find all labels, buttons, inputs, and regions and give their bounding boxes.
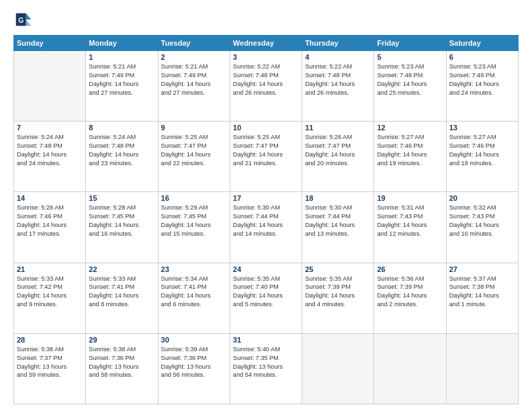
day-number: 3 xyxy=(233,53,299,61)
calendar-cell: 23Sunrise: 5:34 AMSunset: 7:41 PMDayligh… xyxy=(158,263,230,333)
calendar-table: SundayMondayTuesdayWednesdayThursdayFrid… xyxy=(13,35,519,404)
svg-marker-0 xyxy=(26,13,31,19)
day-number: 15 xyxy=(89,194,154,202)
day-number: 31 xyxy=(233,336,299,344)
svg-text:G: G xyxy=(18,17,24,24)
day-info: Sunrise: 5:29 AMSunset: 7:45 PMDaylight:… xyxy=(161,203,227,238)
calendar-cell: 16Sunrise: 5:29 AMSunset: 7:45 PMDayligh… xyxy=(158,192,230,263)
day-number: 11 xyxy=(305,124,371,132)
day-number: 6 xyxy=(449,53,515,61)
day-info: Sunrise: 5:34 AMSunset: 7:41 PMDaylight:… xyxy=(161,275,227,310)
day-number: 1 xyxy=(89,53,154,61)
day-number: 12 xyxy=(377,124,443,132)
day-number: 30 xyxy=(161,336,227,344)
day-number: 17 xyxy=(233,194,299,202)
calendar-cell: 11Sunrise: 5:26 AMSunset: 7:47 PMDayligh… xyxy=(302,122,374,192)
day-info: Sunrise: 5:30 AMSunset: 7:44 PMDaylight:… xyxy=(233,203,299,238)
day-number: 19 xyxy=(377,194,443,202)
day-number: 10 xyxy=(233,124,299,132)
day-info: Sunrise: 5:21 AMSunset: 7:49 PMDaylight:… xyxy=(89,62,154,97)
calendar-cell: 22Sunrise: 5:33 AMSunset: 7:41 PMDayligh… xyxy=(86,263,158,333)
calendar-header-tuesday: Tuesday xyxy=(158,36,230,51)
calendar-header-row: SundayMondayTuesdayWednesdayThursdayFrid… xyxy=(14,36,519,51)
day-info: Sunrise: 5:35 AMSunset: 7:39 PMDaylight:… xyxy=(305,275,371,310)
calendar-week-2: 7Sunrise: 5:24 AMSunset: 7:48 PMDaylight… xyxy=(14,122,519,192)
logo-icon: G xyxy=(13,11,32,30)
day-info: Sunrise: 5:22 AMSunset: 7:48 PMDaylight:… xyxy=(305,62,371,97)
day-number: 5 xyxy=(377,53,443,61)
calendar-header-monday: Monday xyxy=(86,36,158,51)
day-number: 21 xyxy=(17,265,83,273)
calendar-cell: 15Sunrise: 5:28 AMSunset: 7:45 PMDayligh… xyxy=(86,192,158,263)
day-number: 26 xyxy=(377,265,443,273)
calendar-cell: 5Sunrise: 5:23 AMSunset: 7:48 PMDaylight… xyxy=(374,51,446,122)
calendar-cell: 1Sunrise: 5:21 AMSunset: 7:49 PMDaylight… xyxy=(86,51,158,122)
header: G xyxy=(13,11,519,30)
calendar-header-thursday: Thursday xyxy=(302,36,374,51)
calendar-cell: 6Sunrise: 5:23 AMSunset: 7:48 PMDaylight… xyxy=(446,51,518,122)
day-number: 20 xyxy=(449,194,515,202)
day-number: 9 xyxy=(161,124,227,132)
day-info: Sunrise: 5:23 AMSunset: 7:48 PMDaylight:… xyxy=(377,62,443,97)
day-info: Sunrise: 5:30 AMSunset: 7:44 PMDaylight:… xyxy=(305,203,371,238)
day-info: Sunrise: 5:28 AMSunset: 7:45 PMDaylight:… xyxy=(89,203,154,238)
calendar-cell: 30Sunrise: 5:39 AMSunset: 7:36 PMDayligh… xyxy=(158,333,230,404)
day-info: Sunrise: 5:39 AMSunset: 7:36 PMDaylight:… xyxy=(161,345,227,380)
day-info: Sunrise: 5:28 AMSunset: 7:46 PMDaylight:… xyxy=(17,203,83,238)
calendar-cell: 2Sunrise: 5:21 AMSunset: 7:49 PMDaylight… xyxy=(158,51,230,122)
day-info: Sunrise: 5:35 AMSunset: 7:40 PMDaylight:… xyxy=(233,275,299,310)
calendar-cell: 29Sunrise: 5:38 AMSunset: 7:36 PMDayligh… xyxy=(86,333,158,404)
calendar-cell: 7Sunrise: 5:24 AMSunset: 7:48 PMDaylight… xyxy=(14,122,86,192)
calendar-cell: 4Sunrise: 5:22 AMSunset: 7:48 PMDaylight… xyxy=(302,51,374,122)
calendar-cell: 18Sunrise: 5:30 AMSunset: 7:44 PMDayligh… xyxy=(302,192,374,263)
day-number: 7 xyxy=(17,124,83,132)
day-info: Sunrise: 5:26 AMSunset: 7:47 PMDaylight:… xyxy=(305,133,371,168)
calendar-cell xyxy=(446,333,518,404)
day-info: Sunrise: 5:38 AMSunset: 7:36 PMDaylight:… xyxy=(89,345,154,380)
calendar-cell: 14Sunrise: 5:28 AMSunset: 7:46 PMDayligh… xyxy=(14,192,86,263)
day-number: 4 xyxy=(305,53,371,61)
day-number: 27 xyxy=(449,265,515,273)
calendar-cell: 27Sunrise: 5:37 AMSunset: 7:38 PMDayligh… xyxy=(446,263,518,333)
day-info: Sunrise: 5:24 AMSunset: 7:48 PMDaylight:… xyxy=(17,133,83,168)
calendar-week-5: 28Sunrise: 5:38 AMSunset: 7:37 PMDayligh… xyxy=(14,333,519,404)
calendar-cell: 24Sunrise: 5:35 AMSunset: 7:40 PMDayligh… xyxy=(230,263,302,333)
calendar-week-4: 21Sunrise: 5:33 AMSunset: 7:42 PMDayligh… xyxy=(14,263,519,333)
calendar-cell: 21Sunrise: 5:33 AMSunset: 7:42 PMDayligh… xyxy=(14,263,86,333)
calendar-cell: 26Sunrise: 5:36 AMSunset: 7:39 PMDayligh… xyxy=(374,263,446,333)
calendar-cell: 10Sunrise: 5:25 AMSunset: 7:47 PMDayligh… xyxy=(230,122,302,192)
calendar-cell: 12Sunrise: 5:27 AMSunset: 7:46 PMDayligh… xyxy=(374,122,446,192)
logo: G xyxy=(13,11,35,30)
day-info: Sunrise: 5:33 AMSunset: 7:41 PMDaylight:… xyxy=(89,275,154,310)
day-info: Sunrise: 5:40 AMSunset: 7:35 PMDaylight:… xyxy=(233,345,299,380)
day-info: Sunrise: 5:22 AMSunset: 7:48 PMDaylight:… xyxy=(233,62,299,97)
svg-marker-1 xyxy=(26,19,31,26)
day-number: 29 xyxy=(89,336,154,344)
day-info: Sunrise: 5:36 AMSunset: 7:39 PMDaylight:… xyxy=(377,275,443,310)
calendar-header-sunday: Sunday xyxy=(14,36,86,51)
calendar-cell: 9Sunrise: 5:25 AMSunset: 7:47 PMDaylight… xyxy=(158,122,230,192)
calendar-cell xyxy=(14,51,86,122)
calendar-header-saturday: Saturday xyxy=(446,36,518,51)
day-info: Sunrise: 5:23 AMSunset: 7:48 PMDaylight:… xyxy=(449,62,515,97)
calendar-cell: 28Sunrise: 5:38 AMSunset: 7:37 PMDayligh… xyxy=(14,333,86,404)
calendar-week-1: 1Sunrise: 5:21 AMSunset: 7:49 PMDaylight… xyxy=(14,51,519,122)
day-info: Sunrise: 5:32 AMSunset: 7:43 PMDaylight:… xyxy=(449,203,515,238)
day-info: Sunrise: 5:25 AMSunset: 7:47 PMDaylight:… xyxy=(161,133,227,168)
day-info: Sunrise: 5:38 AMSunset: 7:37 PMDaylight:… xyxy=(17,345,83,380)
day-number: 16 xyxy=(161,194,227,202)
calendar-cell: 8Sunrise: 5:24 AMSunset: 7:48 PMDaylight… xyxy=(86,122,158,192)
day-number: 18 xyxy=(305,194,371,202)
calendar-cell: 3Sunrise: 5:22 AMSunset: 7:48 PMDaylight… xyxy=(230,51,302,122)
day-number: 8 xyxy=(89,124,154,132)
calendar-cell: 25Sunrise: 5:35 AMSunset: 7:39 PMDayligh… xyxy=(302,263,374,333)
day-number: 28 xyxy=(17,336,83,344)
day-number: 13 xyxy=(449,124,515,132)
calendar-cell: 19Sunrise: 5:31 AMSunset: 7:43 PMDayligh… xyxy=(374,192,446,263)
page: G SundayMondayTuesdayWednesdayThursdayFr… xyxy=(0,0,532,411)
day-number: 23 xyxy=(161,265,227,273)
day-info: Sunrise: 5:27 AMSunset: 7:46 PMDaylight:… xyxy=(449,133,515,168)
day-info: Sunrise: 5:24 AMSunset: 7:48 PMDaylight:… xyxy=(89,133,154,168)
day-info: Sunrise: 5:21 AMSunset: 7:49 PMDaylight:… xyxy=(161,62,227,97)
day-number: 24 xyxy=(233,265,299,273)
